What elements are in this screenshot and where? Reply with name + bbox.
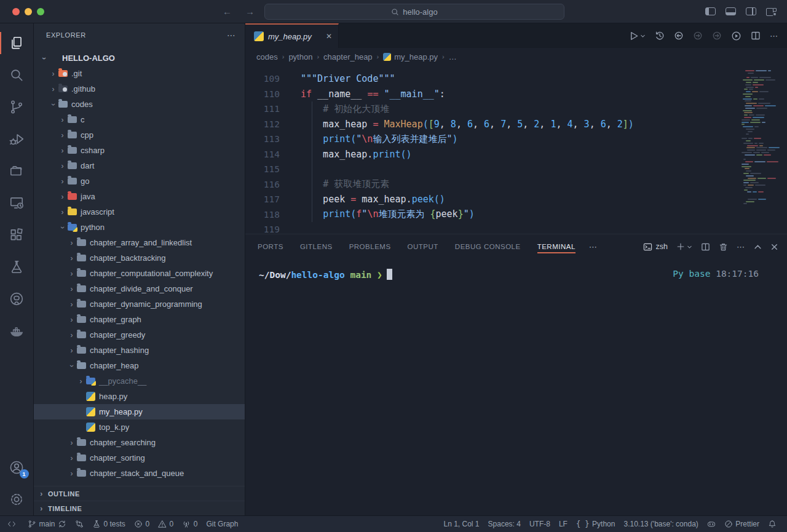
folders-icon[interactable] xyxy=(0,155,34,187)
customize-layout-icon[interactable] xyxy=(766,7,777,16)
code-line-110[interactable]: 110if __name__ == "__main__": xyxy=(245,87,787,102)
panel-tab-terminal[interactable]: TERMINAL xyxy=(537,234,575,259)
tab-my-heap[interactable]: my_heap.py ✕ xyxy=(245,23,339,48)
tree-item-chapter-backtracking[interactable]: ›chapter_backtracking xyxy=(34,250,245,266)
minimize-window-button[interactable] xyxy=(25,8,32,15)
run-and-debug-icon[interactable] xyxy=(0,123,34,155)
tree-item-dart[interactable]: ›dart xyxy=(34,158,245,173)
breadcrumb-item[interactable]: chapter_heap xyxy=(323,52,373,62)
breadcrumb-item[interactable]: codes xyxy=(256,52,278,62)
status-indentation[interactable]: Spaces: 4 xyxy=(484,516,525,532)
chevron-right-icon[interactable]: › xyxy=(66,254,77,263)
code-line-118[interactable]: 118 print(f"\n堆顶元素为 {peek}") xyxy=(245,207,787,223)
chevron-right-icon[interactable]: › xyxy=(66,346,77,355)
tree-item-chapter-divide-and-conquer[interactable]: ›chapter_divide_and_conquer xyxy=(34,281,245,296)
status-prettier[interactable]: Prettier xyxy=(720,516,764,532)
chevron-right-icon[interactable]: › xyxy=(66,331,77,339)
chevron-down-icon[interactable]: › xyxy=(68,360,76,371)
breadcrumb-item[interactable]: my_heap.py xyxy=(383,52,438,62)
run-python-file-button[interactable] xyxy=(628,31,646,41)
status-git-graph[interactable]: Git Graph xyxy=(202,516,242,532)
open-changes-icon[interactable] xyxy=(674,31,684,41)
settings-icon[interactable] xyxy=(0,483,34,515)
chevron-right-icon[interactable]: › xyxy=(57,193,68,201)
chevron-down-icon[interactable]: › xyxy=(49,99,58,109)
toggle-primary-sidebar-icon[interactable] xyxy=(705,7,716,15)
status-encoding[interactable]: UTF-8 xyxy=(525,516,555,532)
chevron-right-icon[interactable]: › xyxy=(66,469,77,478)
breadcrumb-item[interactable]: python xyxy=(288,52,312,62)
chevron-right-icon[interactable]: › xyxy=(57,131,68,140)
tree-item-csharp[interactable]: ›csharp xyxy=(34,143,245,158)
panel-tab-problems[interactable]: PROBLEMS xyxy=(349,234,391,259)
chevron-right-icon[interactable]: › xyxy=(66,285,77,293)
chevron-right-icon[interactable]: › xyxy=(66,316,77,324)
code-line-113[interactable]: 113 print("\n输入列表并建堆后") xyxy=(245,132,787,147)
code-line-116[interactable]: 116 # 获取堆顶元素 xyxy=(245,177,787,193)
tree-item-chapter-greedy[interactable]: ›chapter_greedy xyxy=(34,327,245,343)
status-copilot[interactable] xyxy=(703,516,720,532)
status-interpreter[interactable]: 3.10.13 ('base': conda) xyxy=(619,516,702,532)
tab-close-icon[interactable]: ✕ xyxy=(326,32,332,41)
kill-terminal-icon[interactable] xyxy=(719,242,728,252)
toggle-panel-icon[interactable] xyxy=(726,7,736,15)
code-line-114[interactable]: 114 max_heap.print() xyxy=(245,147,787,162)
section-outline[interactable]: ›OUTLINE xyxy=(34,486,245,501)
close-panel-icon[interactable] xyxy=(770,243,778,251)
command-center-search[interactable]: hello-algo xyxy=(264,4,564,20)
section-timeline[interactable]: ›TIMELINE xyxy=(34,501,245,515)
status-errors[interactable]: 0 xyxy=(130,516,154,532)
tree-item-chapter-stack-and-queue[interactable]: ›chapter_stack_and_queue xyxy=(34,466,245,481)
panel-tab-ports[interactable]: PORTS xyxy=(258,234,283,259)
chevron-right-icon[interactable]: › xyxy=(57,146,68,155)
tree-file-top-k-py[interactable]: top_k.py xyxy=(34,419,245,435)
panel-tab-debug-console[interactable]: DEBUG CONSOLE xyxy=(455,234,521,259)
panel-more-tabs-icon[interactable]: ⋯ xyxy=(589,242,598,252)
code-line-119[interactable]: 119 xyxy=(245,222,787,234)
chevron-right-icon[interactable]: › xyxy=(48,69,58,78)
docker-icon[interactable] xyxy=(0,315,34,347)
tree-item-java[interactable]: ›java xyxy=(34,189,245,204)
status-eol[interactable]: LF xyxy=(555,516,572,532)
file-history-icon[interactable] xyxy=(655,31,665,41)
tree-item-chapter-sorting[interactable]: ›chapter_sorting xyxy=(34,450,245,466)
tree-item-chapter-heap[interactable]: ›chapter_heap xyxy=(34,358,245,373)
chevron-right-icon[interactable]: › xyxy=(66,269,77,278)
split-terminal-icon[interactable] xyxy=(701,242,710,252)
chevron-right-icon[interactable]: › xyxy=(66,300,77,309)
tree-item-chapter-graph[interactable]: ›chapter_graph xyxy=(34,312,245,327)
chevron-right-icon[interactable]: › xyxy=(48,85,58,93)
tree-item--github[interactable]: ›.github xyxy=(34,81,245,97)
chevron-right-icon[interactable]: › xyxy=(57,208,68,216)
remote-explorer-icon[interactable] xyxy=(0,187,34,219)
tree-file-heap-py[interactable]: heap.py xyxy=(34,389,245,404)
code-editor[interactable]: 109"""Driver Code"""110if __name__ == "_… xyxy=(245,65,787,234)
chevron-right-icon[interactable]: › xyxy=(76,377,86,386)
zoom-window-button[interactable] xyxy=(37,8,44,15)
status-warnings[interactable]: 0 xyxy=(154,516,178,532)
chevron-right-icon[interactable]: › xyxy=(66,439,77,447)
editor-more-actions-icon[interactable]: ⋯ xyxy=(770,31,778,41)
chevron-right-icon[interactable]: › xyxy=(57,162,68,170)
tree-item-hello-algo[interactable]: ›HELLO-ALGO xyxy=(34,50,245,66)
chevron-right-icon[interactable]: › xyxy=(66,239,77,247)
tree-item-chapter-dynamic-programming[interactable]: ›chapter_dynamic_programming xyxy=(34,296,245,312)
tree-item-c[interactable]: ›c xyxy=(34,112,245,127)
navigate-forward-icon[interactable]: → xyxy=(245,6,255,17)
source-control-icon[interactable] xyxy=(0,91,34,123)
tree-item-go[interactable]: ›go xyxy=(34,173,245,189)
tree-item-chapter-searching[interactable]: ›chapter_searching xyxy=(34,435,245,450)
status-branch[interactable]: main xyxy=(23,516,71,532)
minimap[interactable] xyxy=(740,70,780,210)
search-icon[interactable] xyxy=(0,59,34,91)
tree-item-chapter-hashing[interactable]: ›chapter_hashing xyxy=(34,343,245,358)
tree-item--pycache-[interactable]: ›__pycache__ xyxy=(34,373,245,389)
panel-tab-output[interactable]: OUTPUT xyxy=(408,234,438,259)
run-in-interactive-icon[interactable] xyxy=(731,31,742,41)
breadcrumb-item[interactable]: … xyxy=(449,52,457,62)
status-compare[interactable] xyxy=(71,516,88,532)
tree-item--git[interactable]: ›.git xyxy=(34,66,245,81)
panel-more-actions-icon[interactable]: ⋯ xyxy=(737,242,745,252)
explorer-more-actions-icon[interactable]: ⋯ xyxy=(227,30,236,40)
status-language[interactable]: { }Python xyxy=(572,516,620,532)
